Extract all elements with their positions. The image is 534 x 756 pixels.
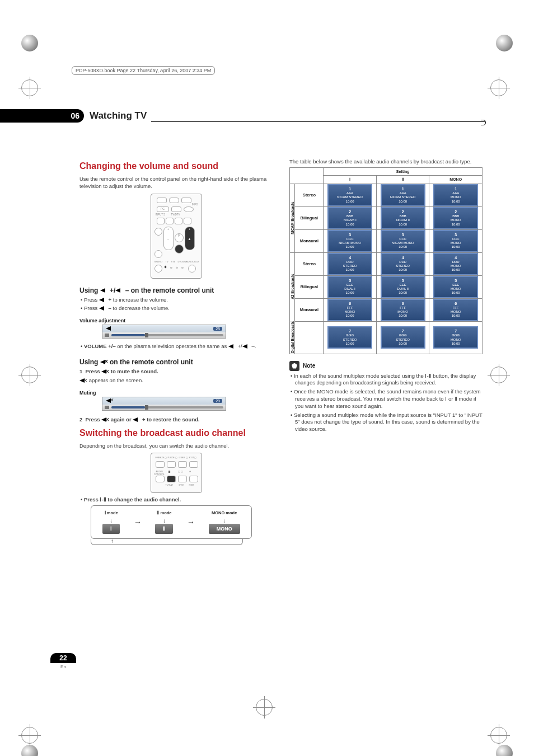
osd-volume-bar: 28 — [102, 325, 226, 339]
page-footer: 22 En — [50, 653, 76, 669]
crop-mark — [490, 35, 513, 57]
paragraph-volume-intro: Use the remote control or the control pa… — [79, 176, 273, 190]
remote-diagram-audio: FREEZE ▢ P.SIZE ▢ USER ▢ EXIT ▢ AUDIO CO… — [151, 453, 202, 493]
crop-mark — [256, 699, 278, 721]
remote-diagram-volume: INFO PC INPUT 5 TV/DTV +– P +▲ SELECT TV… — [151, 194, 202, 279]
th-col-2: Ⅱ — [376, 175, 429, 184]
paragraph-switch-intro: Depending on the broadcast, you can swit… — [79, 443, 273, 450]
source-file-note: PDP-508XD.book Page 22 Thursday, April 2… — [72, 66, 215, 75]
mode-1-box: Ⅰ — [102, 524, 120, 534]
note-2: Once the MONO mode is selected, the soun… — [289, 388, 483, 410]
heading-volume: Changing the volume and sound — [79, 161, 273, 171]
osd-muting-bar: 28 — [102, 397, 226, 411]
mode-1-label: Ⅰ mode — [102, 510, 120, 515]
osd-cell: 1AAANICAM STEREO10:00 — [327, 184, 372, 206]
page-language: En — [50, 664, 76, 669]
page-number: 22 — [50, 653, 76, 663]
group-a2: A2 Broadcasts — [290, 252, 295, 321]
osd-mute-value: 28 — [213, 399, 222, 403]
chapter-rule — [151, 121, 485, 122]
step-mute-1: 1 Press to mute the sound. — [79, 368, 273, 375]
left-column: Changing the volume and sound Use the re… — [79, 157, 273, 545]
mode-3-box: MONO — [209, 524, 240, 534]
paragraph-table-intro: The table below shows the available audi… — [289, 158, 483, 166]
osd-volume-value: 28 — [213, 327, 222, 331]
crop-mark — [21, 35, 44, 57]
mute-icon — [106, 398, 114, 403]
note-icon — [289, 361, 299, 371]
osd-cell: 1AAANICAM STEREO10:00 — [381, 184, 425, 206]
note-heading: Note — [289, 361, 483, 371]
mode-2-box: Ⅱ — [155, 524, 173, 534]
note-label: Note — [303, 363, 315, 369]
th-col-3: MONO — [429, 175, 483, 184]
step-mute-2: 2 Press again or + to restore the sound. — [79, 416, 273, 424]
note-3: Selecting a sound multiplex mode while t… — [289, 412, 483, 433]
chapter-title: Watching TV — [84, 110, 147, 121]
chapter-number: 06 — [0, 109, 84, 123]
mode-cycle-diagram: Ⅰ mode ↓ Ⅰ → Ⅱ mode ↓ Ⅱ → MONO mode ↓ MO… — [91, 505, 252, 539]
crop-mark — [490, 367, 513, 389]
group-digital: Digital Broadcasts — [290, 321, 295, 354]
label-muting: Muting — [79, 390, 273, 396]
crop-mark — [490, 699, 513, 721]
heading-using-vol-buttons: Using +/ – on the remote control unit — [79, 287, 273, 294]
row-monaural: Monaural — [295, 229, 324, 252]
row-bilingual: Bilingual — [295, 206, 324, 229]
th-col-1: Ⅰ — [324, 175, 377, 184]
crop-mark — [21, 367, 44, 389]
row-stereo: Stereo — [295, 184, 324, 206]
bullet-vol-decrease: Press – to decrease the volume. — [79, 305, 273, 312]
bullet-tv-volume: VOLUME +/– on the plasma television oper… — [79, 343, 273, 350]
label-volume-adjustment: Volume adjustment — [79, 318, 273, 323]
volume-icon — [106, 326, 114, 331]
bullet-press-change: Press Ⅰ-Ⅱ to change the audio channel. — [79, 496, 273, 504]
audio-channel-table: Setting Ⅰ Ⅱ MONO NICAM Broadcasts Stereo… — [289, 167, 483, 354]
mute-icon — [100, 360, 108, 365]
th-setting: Setting — [324, 167, 483, 175]
arrow-icon: → — [187, 518, 195, 527]
crop-mark — [21, 699, 44, 721]
right-column: The table below shows the available audi… — [289, 157, 483, 545]
volume-down-icon — [115, 288, 123, 293]
step-mute-1-sub: appears on the screen. — [79, 377, 273, 384]
group-nicam: NICAM Broadcasts — [290, 184, 295, 252]
chapter-header: 06 Watching TV — [0, 109, 485, 123]
osd-cell: 1AAAMONO10:00 — [433, 184, 478, 206]
volume-up-icon — [100, 288, 108, 293]
heading-switch-audio: Switching the broadcast audio channel — [79, 428, 273, 438]
mode-3-label: MONO mode — [209, 510, 240, 515]
heading-using-mute: Using on the remote control unit — [79, 358, 273, 366]
mode-2-label: Ⅱ mode — [155, 510, 173, 515]
arrow-icon: → — [134, 518, 142, 527]
bullet-vol-increase: Press + to increase the volume. — [79, 297, 273, 304]
note-1: In each of the sound multiplex mode sele… — [289, 373, 483, 387]
